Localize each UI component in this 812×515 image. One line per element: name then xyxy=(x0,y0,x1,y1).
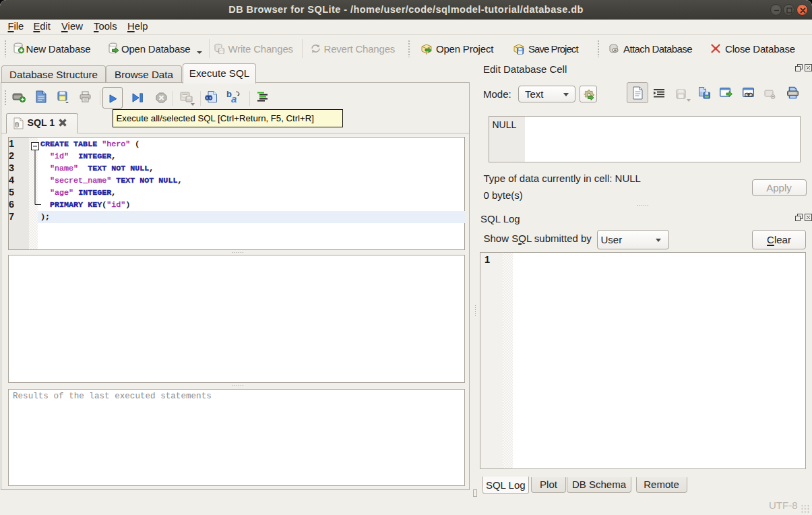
svg-text:a: a xyxy=(231,93,237,103)
